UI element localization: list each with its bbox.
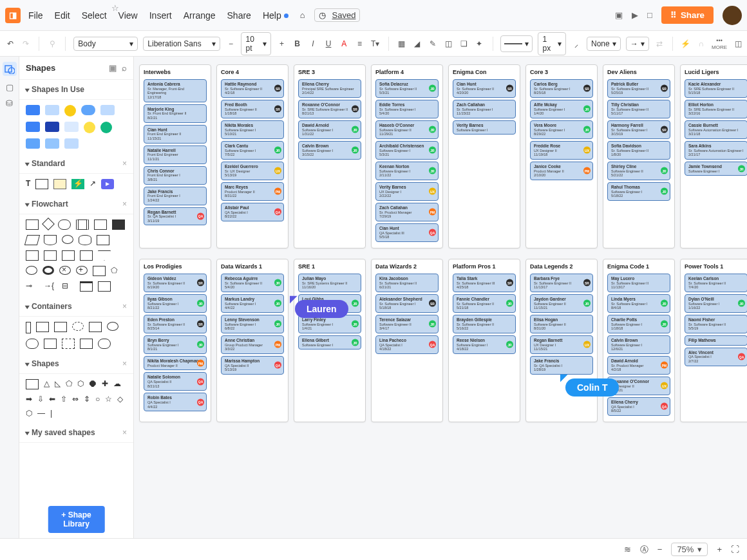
person-card[interactable]: Gideon ValdezSr. Software Engineer II6/1… xyxy=(144,274,207,292)
swatch[interactable] xyxy=(84,122,95,133)
person-card[interactable]: Archibald ChristensenSoftware Engineer I… xyxy=(375,141,439,160)
bs-diamond[interactable]: ◇ xyxy=(117,395,123,404)
layers-status-icon[interactable]: ≋ xyxy=(624,545,631,554)
menu-edit[interactable]: Edit xyxy=(55,10,70,21)
person-card[interactable]: Elliot HortonSr. SRE Software Engineer I… xyxy=(685,100,747,118)
person-card[interactable]: Antonia CabreraSr. Manager, Front-End En… xyxy=(144,79,207,102)
person-card[interactable]: Zach CallahanSr. Product Manager7/29/19P… xyxy=(375,203,439,221)
person-card[interactable]: Regan BarnettSr. QA Specialist I3/11/19Q… xyxy=(144,207,207,226)
swatch[interactable] xyxy=(26,122,40,132)
bs-arrow-l[interactable]: ⬅ xyxy=(49,395,55,404)
close-icon[interactable]: × xyxy=(122,428,127,437)
person-card[interactable]: Calvin BrownSoftware Engineer I3/15/22JR xyxy=(298,141,361,160)
search-icon[interactable]: ⌕ xyxy=(122,63,127,73)
size-plus-icon[interactable]: + xyxy=(276,39,287,48)
person-card[interactable]: Jaydon GardnerSoftware Engineer II11/15/… xyxy=(530,294,593,313)
fc-shape[interactable]: + xyxy=(76,266,88,275)
person-card[interactable]: Natalie SolomonQA Specialist II8/21/13QA xyxy=(144,372,207,391)
menu-select[interactable]: Select xyxy=(82,10,107,21)
line-style-select[interactable]: ▾ xyxy=(500,35,533,52)
person-card[interactable]: Reese NielsenSoftware Engineer I4/18/22J… xyxy=(453,335,516,354)
person-card[interactable]: Lenny StevensonSoftware Engineer I6/8/22… xyxy=(221,315,284,333)
cont-shape[interactable] xyxy=(107,322,118,331)
person-card[interactable]: Sofia DavidsonSr. Software Engineer II1/… xyxy=(607,141,670,160)
swatch[interactable] xyxy=(26,138,40,149)
cont-shape[interactable] xyxy=(72,322,84,331)
canvas-area[interactable]: InterwebsAntonia CabreraSr. Manager, Fro… xyxy=(134,57,747,538)
layers-icon[interactable]: ❏ xyxy=(459,39,469,48)
person-card[interactable]: Patrick ButlerSr. Software Engineer II5/… xyxy=(607,79,670,98)
fc-shape[interactable] xyxy=(80,250,93,261)
menu-help[interactable]: Help xyxy=(263,10,288,21)
fc-swimlane[interactable] xyxy=(98,281,111,292)
person-card[interactable]: Dawid ArnoldSoftware Engineer I1/31/22JR xyxy=(298,120,361,139)
person-card[interactable]: Verity BarnesSoftware Engineer I xyxy=(453,120,516,135)
menu-arrange[interactable]: Arrange xyxy=(184,10,216,21)
bs-arrow-v[interactable]: ⇕ xyxy=(84,395,90,404)
bs-pentagon[interactable]: ⬠ xyxy=(66,379,72,389)
cont-shape[interactable] xyxy=(26,339,39,349)
fullscreen-icon[interactable]: ⛶ xyxy=(731,545,739,554)
person-card[interactable]: Tilly ChristianSr. Software Engineer II5… xyxy=(607,100,670,118)
person-card[interactable]: Jake FrancisFront End Engineer I1/24/22 xyxy=(144,187,207,205)
team-container[interactable]: InterwebsAntonia CabreraSr. Manager, Fro… xyxy=(139,64,211,248)
person-card[interactable]: Alec VincentQA Specialist I2/7/22QA xyxy=(685,348,747,366)
fc-block[interactable] xyxy=(112,219,125,230)
bold-icon[interactable]: B xyxy=(292,39,303,48)
person-card[interactable]: Dylan O'NeillSoftware Engineer I1/16/22J… xyxy=(685,294,747,313)
bs-octagon[interactable]: ⯃ xyxy=(89,379,97,389)
team-container[interactable]: Core 4Hattie RaymondSr. Software Enginee… xyxy=(216,64,288,248)
team-container[interactable]: Platform 4Sofia DelacruzSr. Software Eng… xyxy=(371,64,443,248)
person-card[interactable]: Aleksander ShepherdSr. Software Engineer… xyxy=(375,294,439,313)
rect-shape[interactable] xyxy=(35,179,48,189)
user-avatar[interactable] xyxy=(723,6,742,25)
cont-shape[interactable] xyxy=(98,339,111,349)
fc-shape[interactable] xyxy=(26,250,39,261)
person-card[interactable]: Kacie AlexanderSr. SRE Software Engineer… xyxy=(685,79,747,98)
swap-ends-icon[interactable]: ⇄ xyxy=(654,39,665,48)
person-card[interactable]: Cian HuntFront End Engineer II11/15/21 xyxy=(144,125,207,144)
bs-hexagon[interactable]: ⬡ xyxy=(77,379,84,389)
cont-shape[interactable] xyxy=(54,322,67,332)
swatch[interactable] xyxy=(45,138,59,149)
fc-predefined[interactable] xyxy=(76,219,89,230)
line-width-select[interactable]: 1 px▾ xyxy=(538,32,565,55)
fc-connector[interactable] xyxy=(62,235,73,244)
border-color-icon[interactable]: ✎ xyxy=(428,39,438,48)
team-container[interactable]: Dev AliensPatrick ButlerSr. Software Eng… xyxy=(603,64,675,248)
fc-triangle[interactable] xyxy=(98,250,111,261)
person-card[interactable]: Terence SalazarSoftware Engineer II3/4/1… xyxy=(375,315,439,333)
play-icon[interactable]: ▶ xyxy=(632,10,638,20)
shapes-tool-icon[interactable] xyxy=(3,62,17,76)
fc-shape[interactable] xyxy=(62,250,75,261)
bs-triangle[interactable]: △ xyxy=(44,379,50,389)
fc-shape[interactable] xyxy=(93,266,106,276)
person-card[interactable]: Robin BatesQA Specialist I4/4/22QA xyxy=(144,393,207,411)
text-options-icon[interactable]: T▾ xyxy=(370,39,380,48)
person-card[interactable]: Naomi FisherSr. Software Engineer II5/5/… xyxy=(685,315,747,333)
fc-db[interactable] xyxy=(79,235,91,245)
team-container[interactable]: Enigma Code 1May LuceroSr. Software Engi… xyxy=(603,259,675,422)
team-container[interactable]: Data Wizards 2Kira JacobsonSr. Software … xyxy=(371,259,443,422)
swatch[interactable] xyxy=(100,122,112,133)
saved-indicator[interactable]: ◷ Saved xyxy=(314,8,361,22)
person-card[interactable]: Zach CallahanSr. Software Engineer I11/2… xyxy=(453,100,516,118)
fc-shape[interactable]: ⬠ xyxy=(111,266,124,276)
person-card[interactable]: Cian HuntQA Specialist III5/5/18QA xyxy=(375,223,439,242)
zoom-level-select[interactable]: 75%▾ xyxy=(671,543,708,556)
team-container[interactable]: Data Wizards 1Rebecca AguirreSr. Softwar… xyxy=(216,259,288,422)
zoom-in-icon[interactable]: + xyxy=(717,545,722,554)
fc-document[interactable] xyxy=(94,219,107,230)
person-card[interactable]: Keelan CarlsonSr. Software Engineer II7/… xyxy=(685,274,747,292)
person-card[interactable]: Talia StarkSr. Software Engineer III4/25… xyxy=(453,274,516,292)
bs-badge[interactable]: ⬡ xyxy=(26,409,32,418)
team-container[interactable]: SRE 1Julian MayoSr. SRE Systems Engineer… xyxy=(294,259,366,422)
person-card[interactable]: Ellena CherryQA Specialist I8/5/22QA xyxy=(607,397,670,416)
person-card[interactable]: Clark CantuSoftware Engineer I7/5/22JR xyxy=(221,141,284,160)
person-card[interactable]: Linda MyersSr. Software Engineer I8/4/18… xyxy=(607,294,670,313)
person-card[interactable]: Roxanne O'ConnorSr. SRE Software Enginee… xyxy=(298,100,361,118)
swatch[interactable] xyxy=(45,105,59,115)
person-card[interactable]: Nikita MoralesSoftware Engineer I5/10/21 xyxy=(221,120,284,139)
person-card[interactable]: Verity BarnesUX Designer I2/22/22UX xyxy=(375,182,439,201)
team-container[interactable]: Lucid LigersKacie AlexanderSr. SRE Softw… xyxy=(680,64,747,248)
